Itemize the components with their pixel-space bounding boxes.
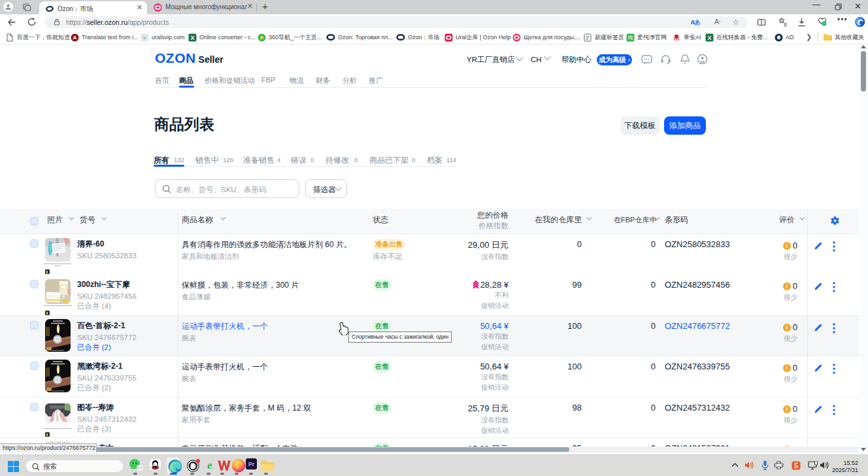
svg-text:A: A [73,35,76,41]
svg-text:X: X [190,34,194,41]
svg-text:纯: 纯 [627,35,633,41]
svg-text:X: X [707,34,711,41]
svg-text:w: w [142,35,146,40]
